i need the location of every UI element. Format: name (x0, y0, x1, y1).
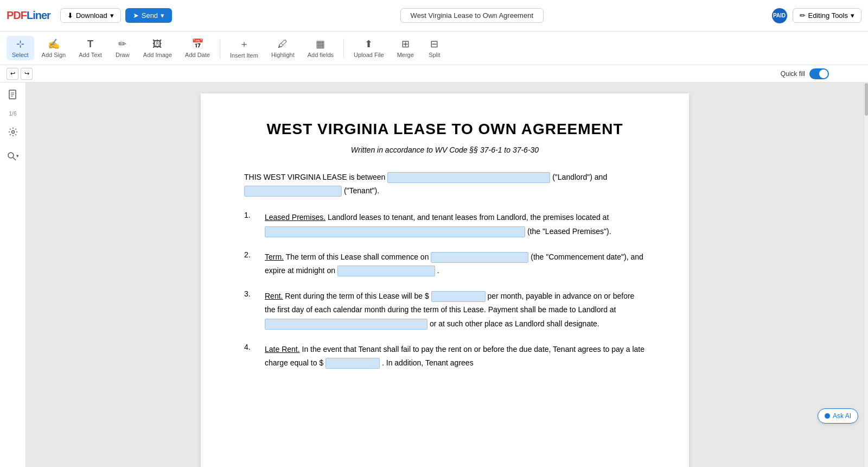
tool-add-date-label: Add Date (185, 52, 210, 58)
svg-line-16 (13, 157, 16, 160)
quick-fill-label: Quick fill (781, 70, 805, 78)
landlord-name-field[interactable] (387, 172, 550, 183)
select-icon: ⊹ (16, 38, 24, 50)
section-4-suffix: . In addition, Tenant agrees (382, 358, 474, 367)
download-icon: ⬇ (67, 11, 73, 20)
section-1-title: Leased Premises. (265, 213, 326, 222)
tool-add-fields[interactable]: ▦ Add fields (302, 36, 339, 60)
tool-add-text[interactable]: T Add Text (73, 36, 107, 60)
doc-intro: THIS WEST VIRGINIA LEASE is between ("La… (244, 171, 646, 198)
quick-fill-toggle[interactable] (809, 68, 829, 79)
section-1: 1. Leased Premises. Landlord leases to t… (244, 211, 646, 238)
doc-title-text: West Virginia Lease to Own Agreement (411, 11, 533, 20)
zoom-label: ▾ (16, 153, 19, 159)
doc-page: WEST VIRGINIA LEASE TO OWN AGREEMENT Wri… (201, 93, 689, 467)
sidebar-settings-icon[interactable] (4, 123, 22, 141)
right-scrollbar[interactable] (864, 83, 868, 467)
insert-item-icon: ＋ (239, 37, 249, 51)
section-3-title: Rent. (265, 292, 283, 300)
toggle-knob (819, 70, 828, 78)
doc-title-badge: West Virginia Lease to Own Agreement (400, 8, 544, 23)
send-icon: ➤ (133, 11, 139, 20)
tool-insert-item[interactable]: ＋ Insert Item (225, 35, 264, 61)
redo-button[interactable]: ↪ (21, 68, 33, 80)
section-1-num: 1. (244, 211, 257, 238)
top-right-area: PAID ✏ Editing Tools ▾ (772, 8, 861, 23)
left-sidebar: 1/6 ▾ (0, 83, 26, 467)
section-4: 4. Late Rent. In the event that Tenant s… (244, 343, 646, 370)
intro-tenant-suffix: ("Tenant"). (344, 186, 379, 195)
doc-viewport[interactable]: WEST VIRGINIA LEASE TO OWN AGREEMENT Wri… (26, 83, 864, 467)
app-logo: PDFLiner (7, 9, 50, 22)
section-4-body: Late Rent. In the event that Tenant shal… (265, 343, 646, 370)
send-label: Send (142, 11, 158, 20)
ask-ai-button[interactable]: Ask AI (818, 408, 858, 424)
commencement-date-field[interactable] (431, 252, 528, 263)
tenant-name-field[interactable] (244, 186, 342, 197)
svg-point-14 (11, 131, 14, 134)
tool-merge[interactable]: ⊞ Merge (392, 36, 419, 60)
section-2-suffix: . (437, 266, 439, 275)
editing-tools-chevron-icon: ▾ (851, 11, 854, 20)
undo-icon: ↩ (10, 70, 15, 77)
send-button[interactable]: ➤ Send ▾ (125, 8, 172, 23)
tool-upload-file[interactable]: ⬆ Upload File (348, 36, 390, 60)
section-1-body: Leased Premises. Landlord leases to tena… (265, 211, 646, 238)
document-subtitle: Written in accordance to WV Code §§ 37-6… (244, 146, 646, 154)
tool-split[interactable]: ⊟ Split (422, 36, 448, 60)
section-3-num: 3. (244, 289, 257, 331)
late-charge-field[interactable] (326, 358, 380, 369)
paid-badge: PAID (772, 8, 787, 23)
intro-landlord-suffix: ("Landlord") and (552, 173, 607, 181)
sidebar-zoom-icon[interactable]: ▾ (4, 147, 22, 165)
section-2-text: The term of this Lease shall commence on (286, 253, 431, 261)
sidebar-pages-icon[interactable] (4, 87, 22, 104)
section-3-body: Rent. Rent during the term of this Lease… (265, 289, 646, 331)
expiry-date-field[interactable] (337, 266, 435, 276)
undo-button[interactable]: ↩ (7, 68, 18, 80)
intro-prefix: THIS WEST VIRGINIA LEASE is between (244, 173, 385, 181)
logo-suffix: Liner (27, 9, 50, 21)
doc-title-center: West Virginia Lease to Own Agreement (172, 8, 771, 23)
download-label: Download (76, 11, 107, 20)
download-button[interactable]: ⬇ Download ▾ (60, 8, 121, 23)
tool-insert-item-label: Insert Item (230, 52, 258, 59)
tool-merge-label: Merge (397, 52, 414, 58)
section-4-title: Late Rent. (265, 345, 300, 354)
ask-ai-label: Ask AI (833, 412, 851, 420)
section-1-suffix: (the "Leased Premises"). (527, 227, 611, 236)
scrollbar-thumb[interactable] (865, 83, 868, 116)
split-icon: ⊟ (430, 38, 438, 50)
tool-add-sign-label: Add Sign (42, 52, 66, 58)
section-3-text: Rent during the term of this Lease will … (285, 292, 431, 300)
payment-address-field[interactable] (265, 319, 427, 330)
section-2-body: Term. The term of this Lease shall comme… (265, 250, 646, 277)
sub-toolbar: ↩ ↪ Quick fill (0, 65, 868, 83)
leased-premises-field[interactable] (265, 226, 525, 237)
download-chevron-icon: ▾ (110, 11, 114, 20)
toolbar-separator-2 (343, 39, 344, 58)
ask-ai-dot-icon (825, 413, 830, 419)
tool-add-sign[interactable]: ✍ Add Sign (36, 36, 72, 60)
tool-draw-label: Draw (116, 52, 130, 58)
tool-split-label: Split (429, 52, 440, 58)
document-title: WEST VIRGINIA LEASE TO OWN AGREEMENT (244, 121, 646, 138)
rent-amount-field[interactable] (431, 291, 486, 302)
send-chevron-icon: ▾ (161, 11, 164, 20)
section-1-text: Landlord leases to tenant, and tenant le… (328, 213, 609, 222)
top-bar: PDFLiner ⬇ Download ▾ ➤ Send ▾ West Virg… (0, 0, 868, 31)
editing-tools-icon: ✏ (800, 11, 806, 20)
add-text-icon: T (87, 39, 93, 50)
toolbar-separator-1 (220, 39, 220, 58)
tool-draw[interactable]: ✏ Draw (110, 36, 136, 60)
add-image-icon: 🖼 (152, 39, 162, 50)
tool-highlight[interactable]: 🖊 Highlight (266, 36, 300, 60)
tool-add-date[interactable]: 📅 Add Date (180, 36, 215, 60)
tool-add-fields-label: Add fields (308, 52, 334, 58)
tool-add-image[interactable]: 🖼 Add Image (138, 36, 177, 60)
section-2: 2. Term. The term of this Lease shall co… (244, 250, 646, 277)
page-number: 1/6 (9, 111, 17, 117)
tool-select[interactable]: ⊹ Select (7, 36, 34, 60)
main-area: 1/6 ▾ WEST VIRGINIA LEASE TO OWN AGREEME… (0, 83, 868, 467)
editing-tools-button[interactable]: ✏ Editing Tools ▾ (793, 8, 861, 23)
